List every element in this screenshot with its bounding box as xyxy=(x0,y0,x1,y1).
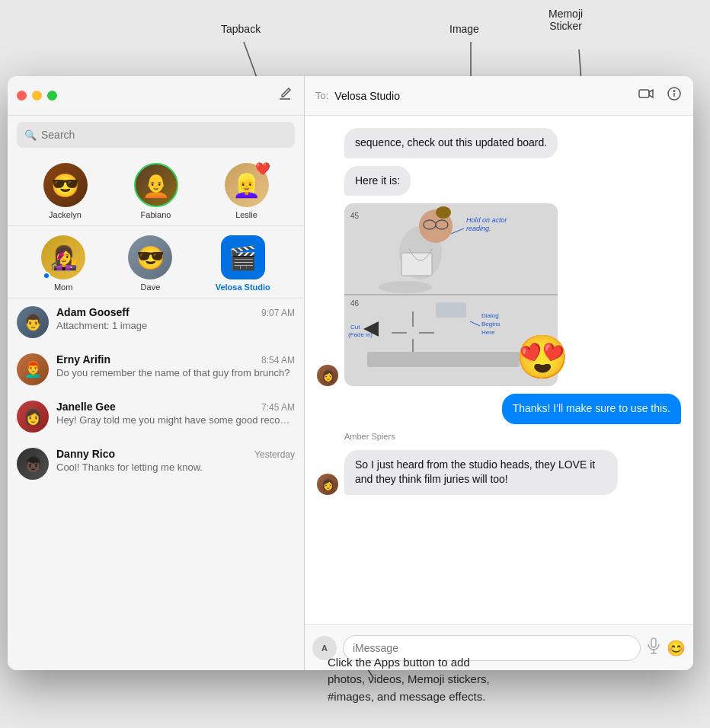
contact-name-jackelyn: Jackelyn xyxy=(49,210,82,219)
contact-name-leslie: Leslie xyxy=(235,210,257,219)
msg-preview-adam: Attachment: 1 image xyxy=(56,320,295,331)
memoji-sticker-annotation: MemojiSticker xyxy=(548,8,583,32)
svg-rect-4 xyxy=(639,90,649,97)
video-call-button[interactable] xyxy=(637,86,655,105)
svg-text:Hold on actor: Hold on actor xyxy=(466,216,508,224)
svg-text:(Fade in): (Fade in) xyxy=(348,331,373,338)
msg-content-adam: Adam Gooseff 9:07 AM Attachment: 1 image xyxy=(56,306,295,331)
avatar-amber-spiers: 👩 xyxy=(317,474,338,495)
traffic-lights xyxy=(17,91,57,101)
svg-text:Begins: Begins xyxy=(481,321,500,327)
msg-preview-erny: Do you remember the name of that guy fro… xyxy=(56,367,295,378)
pinned-contact-jackelyn[interactable]: 😎 Jackelyn xyxy=(43,163,88,219)
chat-toolbar-icons xyxy=(637,85,683,106)
pinned-contact-mom[interactable]: 👩‍🎤 Mom xyxy=(41,235,85,292)
avatar-erny: 👨‍🦰 xyxy=(17,353,49,385)
avatar-danny: 👦🏿 xyxy=(17,448,49,480)
svg-text:46: 46 xyxy=(350,299,360,308)
msg-bubble-2: Here it is: xyxy=(344,166,411,196)
svg-text:Cut: Cut xyxy=(350,324,360,330)
msg-content-janelle: Janelle Gee 7:45 AM Hey! Gray told me yo… xyxy=(56,401,295,426)
avatar-amber-inline: 👩 xyxy=(317,365,338,386)
msg-preview-danny: Cool! Thanks for letting me know. xyxy=(56,461,295,473)
pinned-contacts-row2: 👩‍🎤 Mom 😎 Dave 🎬 Velosa Studio xyxy=(8,226,304,299)
contact-name-velosa-studio: Velosa Studio xyxy=(216,283,270,292)
image-annotation: Image xyxy=(449,23,479,35)
msg-time-adam: 9:07 AM xyxy=(261,308,295,318)
tapback-annotation: Tapback xyxy=(221,23,261,35)
svg-text:Here: Here xyxy=(481,329,495,336)
msg-row-amber: 👩 So I just heard from the studio heads,… xyxy=(317,450,681,495)
msg-time-danny: Yesterday xyxy=(254,449,295,460)
sidebar-titlebar xyxy=(8,76,304,116)
svg-rect-30 xyxy=(436,302,466,318)
message-item-danny[interactable]: 👦🏿 Danny Rico Yesterday Cool! Thanks for… xyxy=(8,440,304,487)
svg-point-12 xyxy=(379,281,432,293)
pinned-contact-dave[interactable]: 😎 Dave xyxy=(128,235,172,292)
search-bar: 🔍 xyxy=(17,122,295,148)
svg-text:reading.: reading. xyxy=(466,225,491,232)
chat-panel: To: Velosa Studio xyxy=(305,76,693,670)
pinned-contact-leslie[interactable]: 👱‍♀️ ❤️ Leslie xyxy=(225,163,269,219)
contact-name-mom: Mom xyxy=(54,283,72,292)
memoji-sticker: 😍 xyxy=(516,336,569,378)
chat-contact-name: Velosa Studio xyxy=(334,90,400,102)
compose-button[interactable] xyxy=(275,84,295,107)
svg-point-7 xyxy=(673,91,675,92)
info-button[interactable] xyxy=(666,85,683,106)
svg-rect-29 xyxy=(367,352,520,367)
to-label: To: xyxy=(315,90,328,101)
message-item-janelle[interactable]: 👩 Janelle Gee 7:45 AM Hey! Gray told me … xyxy=(8,393,304,440)
msg-bubble-outgoing: Thanks! I'll make sure to use this. xyxy=(502,394,681,424)
audio-button[interactable] xyxy=(647,637,660,658)
msg-bubble-amber: So I just heard from the studio heads, t… xyxy=(344,450,618,495)
msg-preview-janelle: Hey! Gray told me you might have some go… xyxy=(56,414,295,426)
msg-bubble-1: sequence, check out this updated board. xyxy=(344,128,558,158)
app-window: 🔍 😎 Jackelyn 🧑‍🦲 Fabiano � xyxy=(8,76,693,670)
minimize-button[interactable] xyxy=(32,91,42,101)
msg-name-danny: Danny Rico xyxy=(56,448,115,460)
msg-content-danny: Danny Rico Yesterday Cool! Thanks for le… xyxy=(56,448,295,473)
sender-label-amber: Amber Spiers xyxy=(344,432,681,441)
search-input[interactable] xyxy=(41,129,287,141)
svg-text:A: A xyxy=(321,643,328,653)
emoji-button[interactable]: 😊 xyxy=(667,639,686,657)
svg-text:45: 45 xyxy=(350,212,360,220)
fullscreen-button[interactable] xyxy=(47,91,57,101)
pinned-contact-fabiano[interactable]: 🧑‍🦲 Fabiano xyxy=(134,163,178,219)
message-list: 👨 Adam Gooseff 9:07 AM Attachment: 1 ima… xyxy=(8,299,304,670)
msg-time-janelle: 7:45 AM xyxy=(261,402,295,413)
message-item-erny[interactable]: 👨‍🦰 Erny Arifin 8:54 AM Do you remember … xyxy=(8,346,304,393)
msg-name-erny: Erny Arifin xyxy=(56,353,110,366)
heart-badge: ❤️ xyxy=(255,161,270,176)
pinned-contact-velosa-studio[interactable]: 🎬 Velosa Studio xyxy=(216,235,270,292)
msg-name-adam: Adam Gooseff xyxy=(56,306,130,318)
svg-point-15 xyxy=(436,206,451,219)
msg-row-1: sequence, check out this updated board. xyxy=(317,128,681,158)
search-icon: 🔍 xyxy=(24,129,37,141)
avatar-janelle: 👩 xyxy=(17,401,49,433)
svg-text:Dialog: Dialog xyxy=(481,312,499,319)
bottom-annotation: Click the Apps button to addphotos, vide… xyxy=(328,654,490,706)
sidebar: 🔍 😎 Jackelyn 🧑‍🦲 Fabiano � xyxy=(8,76,305,670)
chat-messages: sequence, check out this updated board. … xyxy=(305,116,693,624)
msg-row-2: Here it is: xyxy=(317,166,681,196)
svg-rect-39 xyxy=(651,638,656,647)
chat-titlebar: To: Velosa Studio xyxy=(305,76,693,116)
msg-row-storyboard: 👩 45 46 xyxy=(317,203,681,386)
close-button[interactable] xyxy=(17,91,27,101)
contact-name-dave: Dave xyxy=(141,283,161,292)
contact-name-fabiano: Fabiano xyxy=(141,210,171,219)
msg-row-outgoing: Thanks! I'll make sure to use this. xyxy=(317,394,681,424)
message-item-adam[interactable]: 👨 Adam Gooseff 9:07 AM Attachment: 1 ima… xyxy=(8,299,304,346)
unread-dot-mom xyxy=(43,272,50,279)
msg-content-erny: Erny Arifin 8:54 AM Do you remember the … xyxy=(56,353,295,378)
pinned-contacts-row1: 😎 Jackelyn 🧑‍🦲 Fabiano 👱‍♀️ ❤️ Leslie xyxy=(8,154,304,226)
msg-name-janelle: Janelle Gee xyxy=(56,401,116,413)
msg-time-erny: 8:54 AM xyxy=(261,355,295,366)
avatar-adam: 👨 xyxy=(17,306,49,338)
